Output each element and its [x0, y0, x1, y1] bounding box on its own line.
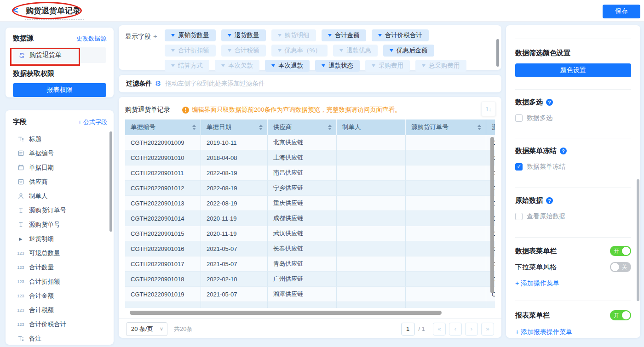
settings-scrollbar[interactable]: [637, 179, 639, 301]
sort-carets-icon[interactable]: [192, 125, 196, 130]
checkbox[interactable]: [515, 114, 523, 122]
field-item[interactable]: 123可退总数量: [13, 246, 107, 260]
column-header[interactable]: 单据编号: [125, 119, 201, 135]
sort-carets-icon[interactable]: [477, 125, 481, 130]
datasource-item[interactable]: 购货退货单: [13, 47, 106, 63]
help-icon[interactable]: ?: [546, 197, 553, 204]
display-field-chip[interactable]: 合计价税合计: [372, 29, 429, 41]
raw-data-checkbox-row[interactable]: 查看原始数据: [515, 212, 631, 221]
help-icon[interactable]: ?: [546, 99, 553, 106]
sort-carets-icon[interactable]: [328, 125, 332, 130]
page-number-input[interactable]: [401, 323, 415, 336]
display-field-chip[interactable]: 退款状态: [315, 60, 360, 72]
table-row[interactable]: CGTH202209010162021-05-07长春供应链CG2022: [125, 241, 495, 256]
field-item[interactable]: 123合计折扣额: [13, 274, 107, 289]
chevron-down-icon: [171, 64, 175, 67]
table-row[interactable]: CGTH202209010132022-08-19重庆供应链CG2022: [125, 196, 495, 211]
display-field-chip[interactable]: 合计金额: [322, 29, 366, 41]
table-horizontal-scrollbar[interactable]: [130, 311, 442, 315]
column-header[interactable]: 制单人: [337, 119, 406, 135]
display-fields-chips: 原销货数量退货数量购货明细合计金额合计价税合计合计折扣额合计税额优惠率（%）退款…: [165, 29, 466, 66]
gear-icon[interactable]: ⚙: [155, 80, 161, 88]
table-row[interactable]: CGTH202209010182022-02-10广州供应链CG2022: [125, 272, 495, 287]
field-item[interactable]: 备注: [13, 331, 107, 346]
table-row[interactable]: CGTH202209010102018-04-08上海供应链CG2022: [125, 150, 495, 165]
table-vertical-scrollbar[interactable]: [490, 137, 494, 293]
display-field-chip[interactable]: 退款优惠: [333, 45, 378, 57]
field-item[interactable]: 单据日期: [13, 160, 107, 175]
add-display-field-icon[interactable]: +: [153, 32, 157, 40]
display-field-chip[interactable]: 总采购费用: [415, 60, 466, 72]
change-datasource-link[interactable]: 更改数据源: [76, 34, 106, 43]
chip-label: 合计价税合计: [385, 31, 422, 40]
field-item[interactable]: 制单人: [13, 189, 107, 203]
back-icon[interactable]: <: [13, 5, 18, 16]
add-report-menu-link[interactable]: + 添加报表操作菜单: [515, 328, 631, 336]
field-item[interactable]: 123合计数量: [13, 260, 107, 274]
column-header[interactable]: 源购货单号: [486, 119, 495, 135]
display-field-chip[interactable]: 结算方式: [165, 60, 209, 72]
number-icon: 123: [17, 279, 25, 284]
table-menubar-toggle[interactable]: 开: [610, 246, 631, 256]
menu-freeze-checkbox-row[interactable]: 数据菜单冻结: [515, 163, 631, 171]
chip-label: 退货数量: [235, 31, 259, 40]
page-size-select[interactable]: 20 条/页 ∨: [126, 322, 167, 336]
display-field-chip[interactable]: 本次退款: [265, 60, 310, 72]
table-cell: CGTH20220901011: [125, 165, 201, 181]
display-field-chip[interactable]: 购货明细: [271, 29, 316, 41]
display-field-chip[interactable]: 退货数量: [221, 29, 266, 41]
field-item[interactable]: 123合计金额: [13, 289, 107, 303]
display-field-chip[interactable]: 优惠后金额: [383, 45, 434, 57]
next-page-button[interactable]: ›: [465, 323, 478, 336]
column-header[interactable]: 单据日期: [201, 119, 268, 135]
display-field-chip[interactable]: 合计税额: [221, 45, 266, 57]
report-menubar-toggle[interactable]: 开: [610, 310, 631, 320]
fields-scrollbar[interactable]: [109, 131, 112, 232]
color-setting-button[interactable]: 颜色设置: [515, 63, 631, 77]
table-row[interactable]: CGTH202209010112022-08-19南昌供应链CG2022: [125, 165, 495, 181]
table-row[interactable]: CGTH202209010142020-11-19成都供应链CG2022: [125, 211, 495, 226]
table-row[interactable]: CGTH202209010122022-08-19宁乡供应链CG2022: [125, 181, 495, 196]
display-field-chip[interactable]: 原销货数量: [165, 29, 216, 41]
table-cell: 湘潭供应链: [268, 287, 337, 302]
display-field-chip[interactable]: 优惠率（%）: [271, 45, 328, 57]
field-item[interactable]: 单据编号: [13, 146, 107, 160]
display-field-chip[interactable]: 本次欠款: [215, 60, 259, 72]
field-item[interactable]: 标题: [13, 132, 107, 146]
table-row[interactable]: CGTH202209010092019-10-11北京供应链CG2022: [125, 135, 495, 150]
sort-carets-icon[interactable]: [259, 125, 263, 130]
table-cell: CGTH20220901012: [125, 181, 201, 196]
table-row[interactable]: CGTH202209010172021-05-07青岛供应链CG2022: [125, 256, 495, 272]
add-action-menu-link[interactable]: + 添加操作菜单: [515, 279, 631, 288]
report-permission-button[interactable]: 报表权限: [13, 83, 106, 97]
field-item[interactable]: 123合计价税合计: [13, 317, 107, 331]
save-button[interactable]: 保存: [603, 5, 640, 18]
checkbox[interactable]: [515, 213, 523, 220]
chevron-down-icon: [228, 49, 231, 52]
field-item[interactable]: 源购货订单号: [13, 203, 107, 217]
table-cell: [337, 241, 406, 256]
formula-field-link[interactable]: + 公式字段: [78, 118, 107, 126]
field-item[interactable]: ▶退货明细: [13, 232, 107, 246]
chevron-down-icon: [171, 49, 175, 52]
top-bar: < 购货退货单记录 保存: [0, 0, 644, 22]
multi-select-checkbox-row[interactable]: 数据多选: [515, 114, 631, 122]
display-field-chip[interactable]: 采购费用: [365, 60, 410, 72]
chips-scrollbar[interactable]: [496, 39, 499, 67]
display-field-chip[interactable]: 合计折扣额: [165, 45, 216, 57]
dropdown-style-toggle[interactable]: 关: [610, 262, 631, 272]
last-page-button[interactable]: »: [481, 323, 494, 336]
table-row[interactable]: CGTH202209010192021-05-07湘潭供应链CG2022: [125, 287, 495, 302]
field-item[interactable]: 供应商: [13, 175, 107, 189]
field-item[interactable]: 123合计税额: [13, 303, 107, 317]
help-icon[interactable]: ?: [560, 148, 567, 154]
prev-page-button[interactable]: ‹: [449, 323, 462, 336]
table-row[interactable]: [125, 302, 495, 308]
first-page-button[interactable]: «: [433, 323, 446, 336]
field-item[interactable]: 源购货单号: [13, 217, 107, 232]
custom-sort-button[interactable]: 1↓: [481, 102, 496, 116]
column-header[interactable]: 供应商: [268, 119, 337, 135]
table-row[interactable]: CGTH202209010152020-11-19武汉供应链CG2022: [125, 226, 495, 241]
checkbox[interactable]: [515, 163, 523, 171]
column-header[interactable]: 源购货订单号: [406, 119, 486, 135]
